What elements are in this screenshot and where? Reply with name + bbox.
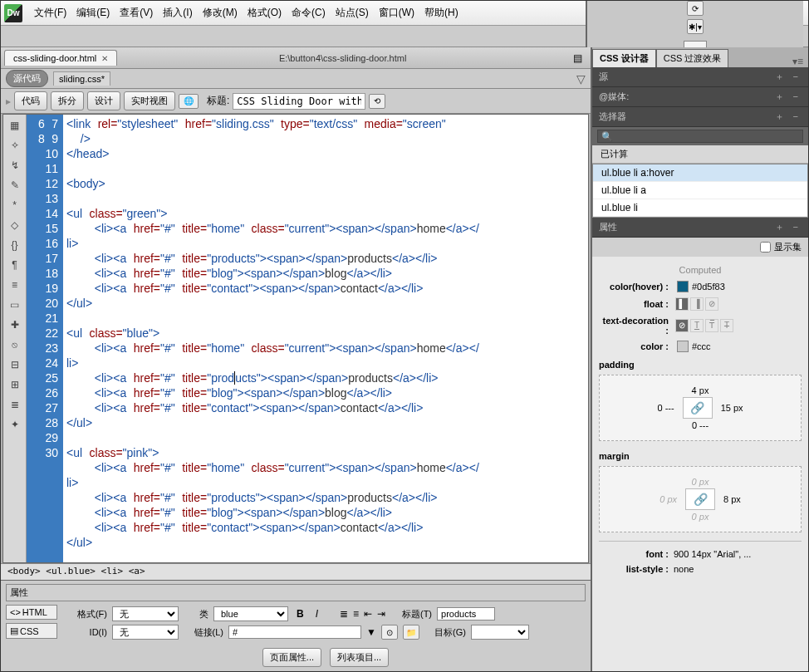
sources-row[interactable]: 源＋ − [592,67,808,87]
tool-icon[interactable]: ⍉ [7,337,22,352]
textdec-underline-icon[interactable]: T [690,319,704,332]
list-ol-button[interactable]: ≡ [353,608,359,620]
indent-button[interactable]: ⇥ [377,608,385,620]
prop-value[interactable]: #ccc [692,341,711,351]
color-swatch[interactable] [677,341,689,352]
related-file-tab[interactable]: sliding.css* [53,71,110,86]
margin-box[interactable]: 0 px 0 px 🔗 8 px 0 px [599,466,802,532]
tool-icon[interactable]: ▦ [7,118,22,133]
css-designer-tab[interactable]: CSS 设计器 [592,49,656,67]
list-item-button[interactable]: 列表项目... [330,648,389,667]
margin-right[interactable]: 8 px [723,494,741,504]
tool-icon[interactable]: ↯ [7,158,22,173]
tool-icon[interactable]: ⊞ [7,377,22,392]
menu-help[interactable]: 帮助(H) [419,2,463,23]
prop-value[interactable]: none [674,564,694,574]
tool-icon[interactable]: {} [7,238,22,253]
tool-icon[interactable]: ✎ [7,178,22,193]
design-view-button[interactable]: 设计 [87,91,120,110]
tool-icon[interactable]: ⊟ [7,357,22,372]
selector-item[interactable]: ul.blue li a:hover [593,164,807,182]
padding-right[interactable]: 15 px [721,403,743,413]
split-view-button[interactable]: 拆分 [51,91,84,110]
filter-icon[interactable]: ▽ [576,72,586,86]
menu-edit[interactable]: 编辑(E) [71,2,115,23]
file-tab[interactable]: css-sliding-door.html ✕ [4,50,117,66]
title-label: 标题: [207,94,229,108]
class-select[interactable]: blue [213,606,288,621]
textdec-overline-icon[interactable]: T̅ [705,319,718,332]
selector-item[interactable]: ul.blue li [593,199,807,217]
menu-view[interactable]: 查看(V) [115,2,158,23]
sync-icon[interactable]: ⟳ [687,1,704,16]
source-code-pill[interactable]: 源代码 [6,70,48,87]
media-row[interactable]: @媒体:＋ − [592,87,808,107]
css-mode-button[interactable]: ▤ CSS [6,623,57,639]
selector-search-input[interactable] [597,130,803,143]
show-set-checkbox[interactable] [760,242,771,253]
tab-overflow-icon[interactable]: ▤ [568,52,587,64]
link-icon[interactable]: 🔗 [694,493,708,506]
outdent-button[interactable]: ⇤ [364,608,372,620]
padding-top[interactable]: 4 px [618,384,782,397]
tool-icon[interactable]: ✧ [7,138,22,153]
float-left-icon[interactable]: ▌ [675,297,689,311]
menu-format[interactable]: 格式(O) [243,2,287,23]
id-select[interactable]: 无 [112,625,179,640]
line-numbers: 6 7 8 9 10 11 12 13 14 15 16 17 18 19 20… [27,115,63,562]
tool-icon[interactable]: ≣ [7,397,22,412]
menu-modify[interactable]: 修改(M) [198,2,243,23]
selector-item[interactable]: ul.blue li a [593,182,807,199]
prop-value[interactable]: #0d5f83 [692,282,725,292]
globe-icon[interactable]: 🌐 [179,94,199,109]
padding-left[interactable]: 0 --- [657,403,674,413]
page-properties-button[interactable]: 页面属性... [262,648,321,667]
menu-insert[interactable]: 插入(I) [158,2,197,23]
close-tab-icon[interactable]: ✕ [101,54,108,63]
target-select[interactable] [471,625,529,640]
format-select[interactable]: 无 [112,606,179,621]
point-to-file-icon[interactable]: ⊙ [381,625,398,640]
link-icon[interactable]: 🔗 [690,401,704,414]
menu-file[interactable]: 文件(F) [29,2,71,23]
tool-icon[interactable]: ¶ [7,258,22,272]
menu-commands[interactable]: 命令(C) [287,2,331,23]
settings-icon[interactable]: ✱|▾ [687,19,704,34]
code-view-button[interactable]: 代码 [14,91,47,110]
live-view-button[interactable]: 实时视图 [124,91,175,110]
float-none-icon[interactable]: ⊘ [705,297,718,311]
tag-breadcrumb[interactable]: <body> <ul.blue> <li> <a> [1,563,591,580]
code-content[interactable]: <link rel="stylesheet" href="sliding.css… [63,115,588,562]
panel-menu-icon[interactable]: ▾≡ [787,56,808,67]
tool-icon[interactable]: ◇ [7,218,22,233]
tool-icon[interactable]: * [7,198,22,213]
margin-bottom[interactable]: 0 px [618,510,782,523]
code-editor[interactable]: ▦ ✧ ↯ ✎ * ◇ {} ¶ ≡ ▭ ✚ ⍉ ⊟ ⊞ ≣ ✦ 6 7 8 9… [2,114,589,563]
refresh-title-icon[interactable]: ⟲ [369,94,385,109]
menu-site[interactable]: 站点(S) [331,2,374,23]
link-input[interactable] [228,625,361,639]
bold-button[interactable]: B [293,608,307,620]
textdec-none-icon[interactable]: ⊘ [675,319,689,332]
padding-box[interactable]: 4 px 0 --- 🔗 15 px 0 --- [599,375,802,441]
margin-left[interactable]: 0 px [659,494,677,504]
prop-value[interactable]: 900 14px "Arial", ... [674,549,751,559]
css-transitions-tab[interactable]: CSS 过渡效果 [656,49,729,67]
color-swatch[interactable] [677,281,689,292]
margin-top[interactable]: 0 px [618,475,782,488]
html-mode-button[interactable]: <> HTML [6,605,57,620]
textdec-strike-icon[interactable]: T [720,319,733,332]
tool-icon[interactable]: ▭ [7,297,22,312]
menu-window[interactable]: 窗口(W) [374,2,419,23]
italic-button[interactable]: I [312,608,321,620]
document-title-input[interactable] [233,93,365,110]
tool-icon[interactable]: ✚ [7,317,22,332]
float-right-icon[interactable]: ▐ [690,297,704,311]
selectors-row[interactable]: 选择器＋ − [592,107,808,127]
padding-bottom[interactable]: 0 --- [618,419,782,432]
tool-icon[interactable]: ✦ [7,417,22,432]
list-ul-button[interactable]: ≣ [340,608,348,620]
browse-folder-icon[interactable]: 📁 [403,625,419,640]
tool-icon[interactable]: ≡ [7,277,22,292]
title-attr-input[interactable] [437,607,495,620]
